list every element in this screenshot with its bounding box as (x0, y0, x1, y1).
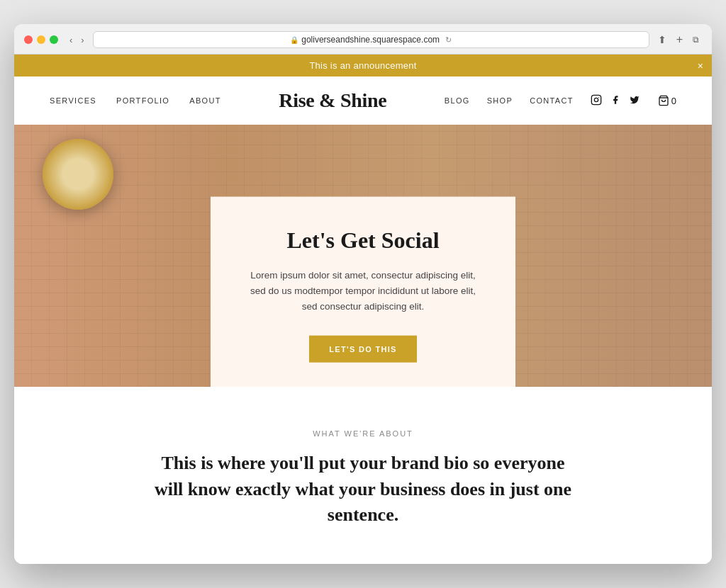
fullscreen-button[interactable] (50, 35, 58, 44)
reload-icon: ↻ (445, 35, 452, 45)
section-eyebrow: WHAT WE'RE ABOUT (85, 429, 641, 438)
card-title: Let's Get Social (246, 228, 480, 253)
nav-link-portfolio[interactable]: PORTFOLIO (116, 96, 169, 105)
close-button[interactable] (24, 35, 33, 44)
new-tab-button[interactable]: + (674, 32, 686, 47)
site-title[interactable]: Rise & Shine (279, 89, 386, 112)
tabs-button[interactable]: ⧉ (690, 32, 702, 47)
svg-point-2 (598, 97, 599, 98)
forward-button[interactable]: › (78, 33, 86, 47)
page-content: This is an announcement × SERVICES PORTF… (14, 55, 712, 563)
share-button[interactable]: ⬆ (655, 32, 669, 47)
nav-link-blog[interactable]: BLOG (445, 96, 470, 105)
nav-right: BLOG SHOP CONTACT (445, 94, 676, 108)
lock-icon: 🔒 (290, 36, 298, 44)
nav-left: SERVICES PORTFOLIO ABOUT (50, 96, 221, 105)
nav-link-shop[interactable]: SHOP (487, 96, 513, 105)
announcement-text: This is an announcement (309, 60, 416, 71)
about-title: This is where you'll put your brand bio … (150, 451, 576, 528)
nav-link-about[interactable]: ABOUT (189, 96, 221, 105)
url-text: goliverseandshine.squarespace.com (301, 35, 440, 45)
cart-link[interactable]: 0 (657, 95, 676, 106)
cart-count: 0 (671, 96, 676, 106)
traffic-lights (24, 35, 58, 44)
instagram-icon[interactable] (591, 94, 602, 108)
social-icons (591, 94, 640, 108)
nav-link-services[interactable]: SERVICES (50, 96, 96, 105)
back-button[interactable]: ‹ (67, 33, 75, 47)
announcement-bar: This is an announcement × (14, 55, 712, 77)
browser-nav-buttons: ‹ › (67, 33, 87, 47)
svg-point-1 (594, 98, 598, 101)
announcement-close-button[interactable]: × (698, 60, 703, 72)
about-section: WHAT WE'RE ABOUT This is where you'll pu… (14, 387, 712, 563)
nav-link-contact[interactable]: CONTACT (530, 96, 574, 105)
cta-button[interactable]: LET'S DO THIS (309, 336, 417, 363)
card-body: Lorem ipsum dolor sit amet, consectur ad… (246, 267, 480, 315)
browser-right-actions: ⬆ + ⧉ (655, 32, 702, 47)
navbar: SERVICES PORTFOLIO ABOUT Rise & Shine BL… (14, 77, 712, 125)
floating-card: Let's Get Social Lorem ipsum dolor sit a… (211, 197, 515, 387)
browser-window: ‹ › 🔒 goliverseandshine.squarespace.com … (14, 24, 712, 563)
address-bar[interactable]: 🔒 goliverseandshine.squarespace.com ↻ (93, 31, 649, 48)
svg-rect-0 (591, 95, 601, 104)
twitter-icon[interactable] (629, 95, 640, 107)
facebook-icon[interactable] (610, 94, 620, 108)
hero-section: Let's Get Social Lorem ipsum dolor sit a… (14, 125, 712, 387)
minimize-button[interactable] (37, 35, 45, 44)
browser-chrome: ‹ › 🔒 goliverseandshine.squarespace.com … (14, 24, 712, 55)
